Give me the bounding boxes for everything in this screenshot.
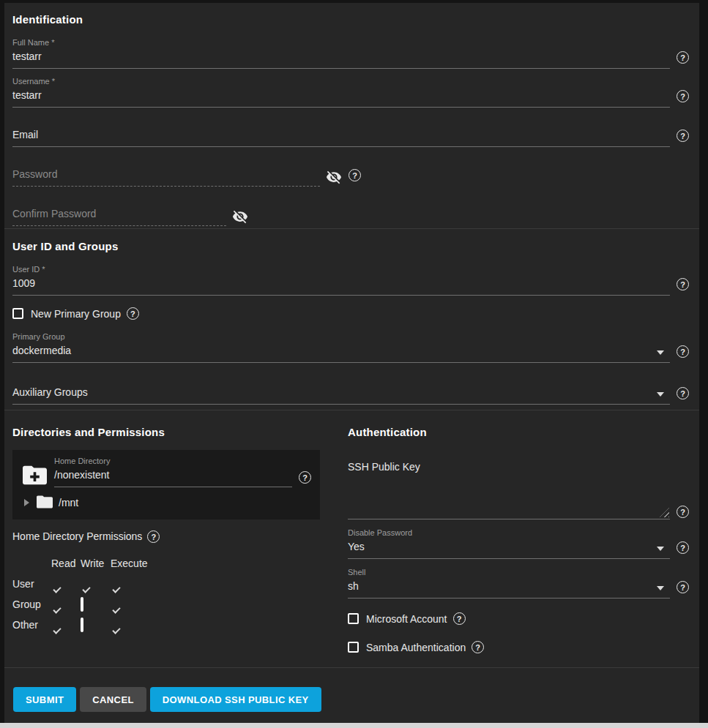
samba-authentication-label: Samba Authentication bbox=[366, 642, 466, 653]
full-name-value[interactable]: testarr bbox=[12, 48, 670, 68]
tree-node-label[interactable]: /mnt bbox=[59, 497, 78, 509]
password-placeholder[interactable]: Password bbox=[12, 165, 320, 186]
section-identification: Identification Full Name * testarr ? Use… bbox=[4, 3, 699, 228]
permissions-row-user: User bbox=[12, 578, 320, 590]
disable-password-value[interactable]: Yes bbox=[348, 538, 670, 558]
group-write-checkbox[interactable] bbox=[81, 597, 83, 612]
directories-title: Directories and Permissions bbox=[12, 410, 320, 438]
auxiliary-groups-placeholder[interactable]: Auxiliary Groups bbox=[12, 383, 670, 404]
email-field[interactable]: Email bbox=[12, 126, 670, 147]
microsoft-account-label: Microsoft Account bbox=[366, 613, 447, 625]
shell-caret-icon[interactable] bbox=[657, 586, 664, 590]
tree-expand-arrow-icon[interactable] bbox=[24, 499, 29, 506]
full-name-field[interactable]: Full Name * testarr bbox=[12, 38, 670, 69]
user-id-label: User ID * bbox=[12, 265, 670, 274]
password-visibility-off-icon[interactable] bbox=[326, 169, 342, 185]
primary-group-help-icon[interactable]: ? bbox=[677, 345, 689, 358]
microsoft-account-help-icon[interactable]: ? bbox=[453, 612, 466, 625]
password-field[interactable]: Password bbox=[12, 165, 320, 187]
confirm-password-placeholder[interactable]: Confirm Password bbox=[12, 205, 226, 225]
user-id-value[interactable]: 1009 bbox=[12, 274, 670, 295]
create-folder-icon[interactable] bbox=[21, 463, 48, 487]
user-form-card: Identification Full Name * testarr ? Use… bbox=[4, 3, 699, 723]
username-label: Username * bbox=[12, 77, 670, 86]
shell-label: Shell bbox=[348, 568, 670, 577]
ssh-public-key-textarea[interactable] bbox=[348, 473, 670, 519]
disable-password-label: Disable Password bbox=[348, 528, 670, 538]
primary-group-caret-icon[interactable] bbox=[657, 350, 664, 355]
submit-button[interactable]: SUBMIT bbox=[13, 687, 76, 712]
permissions-row-other: Other bbox=[12, 619, 320, 631]
user-id-field[interactable]: User ID * 1009 bbox=[12, 265, 670, 296]
primary-group-value[interactable]: dockermedia bbox=[12, 342, 670, 362]
user-id-help-icon[interactable]: ? bbox=[677, 278, 689, 290]
home-directory-explorer: Home Directory /nonexistent ? /mnt bbox=[12, 450, 320, 519]
identification-title: Identification bbox=[12, 3, 689, 26]
microsoft-account-checkbox[interactable] bbox=[348, 613, 359, 624]
permissions-table-header: Read Write Execute bbox=[12, 558, 320, 569]
permissions-row-group: Group bbox=[12, 598, 320, 610]
section-user-id-and-groups: User ID and Groups User ID * 1009 ? New … bbox=[4, 228, 699, 410]
auxiliary-groups-caret-icon[interactable] bbox=[657, 392, 664, 397]
username-help-icon[interactable]: ? bbox=[677, 90, 689, 102]
ssh-public-key-label: SSH Public Key bbox=[348, 461, 689, 473]
user-id-groups-title: User ID and Groups bbox=[12, 229, 689, 252]
shell-help-icon[interactable]: ? bbox=[677, 581, 689, 593]
username-value[interactable]: testarr bbox=[12, 86, 670, 107]
tree-node-mnt[interactable]: /mnt bbox=[21, 495, 311, 510]
primary-group-label: Primary Group bbox=[12, 332, 670, 342]
home-directory-permissions-help-icon[interactable]: ? bbox=[147, 530, 160, 543]
shell-select[interactable]: Shell sh bbox=[348, 568, 670, 598]
page-background-strip bbox=[0, 723, 708, 728]
authentication-title: Authentication bbox=[348, 410, 689, 438]
new-primary-group-label: New Primary Group bbox=[31, 308, 121, 320]
home-directory-help-icon[interactable]: ? bbox=[299, 471, 311, 484]
new-primary-group-help-icon[interactable]: ? bbox=[127, 307, 139, 320]
confirm-password-visibility-off-icon[interactable] bbox=[232, 209, 248, 225]
column-execute: Execute bbox=[111, 558, 146, 569]
authentication-column: Authentication SSH Public Key ? Disable … bbox=[348, 410, 689, 667]
email-help-icon[interactable]: ? bbox=[677, 130, 689, 142]
full-name-help-icon[interactable]: ? bbox=[677, 51, 689, 64]
column-write: Write bbox=[81, 558, 111, 569]
shell-value[interactable]: sh bbox=[348, 577, 670, 598]
home-directory-label: Home Directory bbox=[54, 457, 292, 466]
home-directory-permissions-label: Home Directory Permissions? bbox=[12, 530, 320, 544]
row-label: User bbox=[12, 578, 51, 590]
row-label: Other bbox=[12, 619, 51, 631]
directories-column: Directories and Permissions Home Directo… bbox=[12, 410, 320, 667]
full-name-label: Full Name * bbox=[12, 38, 670, 48]
confirm-password-field[interactable]: Confirm Password bbox=[12, 205, 226, 226]
auxiliary-groups-help-icon[interactable]: ? bbox=[677, 387, 689, 399]
new-primary-group-checkbox[interactable] bbox=[12, 308, 23, 319]
home-directory-field[interactable]: Home Directory /nonexistent bbox=[54, 457, 292, 487]
password-help-icon[interactable]: ? bbox=[349, 169, 361, 181]
column-read: Read bbox=[51, 558, 81, 569]
disable-password-caret-icon[interactable] bbox=[657, 547, 664, 551]
primary-group-select[interactable]: Primary Group dockermedia bbox=[12, 332, 670, 363]
email-placeholder[interactable]: Email bbox=[12, 126, 670, 146]
ssh-public-key-help-icon[interactable]: ? bbox=[677, 506, 689, 518]
other-write-checkbox[interactable] bbox=[81, 618, 83, 632]
permissions-table: Read Write Execute User Group bbox=[12, 558, 320, 631]
disable-password-help-icon[interactable]: ? bbox=[677, 541, 689, 554]
row-label: Group bbox=[12, 598, 51, 610]
textarea-resize-handle-icon[interactable] bbox=[660, 508, 669, 517]
download-ssh-public-key-button[interactable]: DOWNLOAD SSH PUBLIC KEY bbox=[150, 687, 321, 712]
auxiliary-groups-select[interactable]: Auxiliary Groups bbox=[12, 383, 670, 405]
folder-icon bbox=[36, 495, 53, 510]
form-footer: SUBMIT CANCEL DOWNLOAD SSH PUBLIC KEY bbox=[4, 667, 699, 722]
samba-authentication-help-icon[interactable]: ? bbox=[472, 641, 484, 653]
section-directories-authentication: Directories and Permissions Home Directo… bbox=[4, 410, 699, 667]
cancel-button[interactable]: CANCEL bbox=[80, 687, 146, 712]
disable-password-select[interactable]: Disable Password Yes bbox=[348, 528, 670, 559]
username-field[interactable]: Username * testarr bbox=[12, 77, 670, 108]
home-directory-value[interactable]: /nonexistent bbox=[54, 466, 292, 487]
samba-authentication-checkbox[interactable] bbox=[348, 642, 359, 653]
